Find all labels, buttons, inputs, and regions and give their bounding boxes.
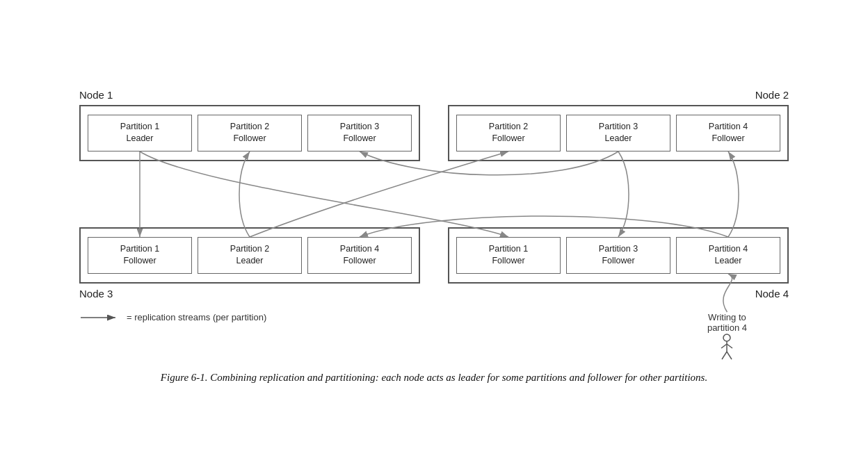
node4-partition3: Partition 3Follower [566,237,670,274]
node3-label: Node 3 [79,288,420,300]
node3-box: Partition 1Follower Partition 2Leader Pa… [79,227,420,284]
node3-partition2: Partition 2Leader [198,237,302,274]
writing-line1: Writing to [708,312,746,322]
node2-partition2: Partition 2Follower [456,115,561,151]
node2-label: Node 2 [448,89,789,101]
svg-point-5 [723,334,730,341]
node4-partition4: Partition 4Leader [676,237,780,274]
legend: = replication streams (per partition) [79,312,266,323]
node4-box: Partition 1Follower Partition 3Follower … [448,227,789,284]
node1-partition3: Partition 3Follower [307,115,412,151]
legend-label: = replication streams (per partition) [127,312,266,322]
page: Node 1 Node 2 Partition 1Leader Partitio… [51,68,817,400]
node4-label: Node 4 [448,288,789,300]
svg-line-7 [721,344,727,348]
writing-section: Writing to partition 4 [707,312,747,361]
node1-partition2: Partition 2Follower [198,115,302,151]
svg-line-10 [727,352,732,359]
node2-partition3: Partition 3Leader [566,115,670,151]
node1-box: Partition 1Leader Partition 2Follower Pa… [79,105,420,161]
node1-partition1: Partition 1Leader [88,115,192,151]
node1-label: Node 1 [79,89,420,101]
writing-line2: partition 4 [707,322,747,333]
node3-partition1: Partition 1Follower [88,237,192,274]
node3-partition4: Partition 4Follower [307,237,412,274]
svg-line-8 [727,344,732,348]
figure-caption: Figure 6-1. Combining replication and pa… [79,369,789,386]
legend-arrow-icon [79,312,121,323]
stick-figure-icon [716,333,737,361]
svg-line-9 [722,352,727,359]
diagram: Node 1 Node 2 Partition 1Leader Partitio… [79,89,789,300]
node2-box: Partition 2Follower Partition 3Leader Pa… [448,105,789,161]
node4-partition1: Partition 1Follower [456,237,561,274]
node2-partition4: Partition 4Follower [676,115,780,151]
